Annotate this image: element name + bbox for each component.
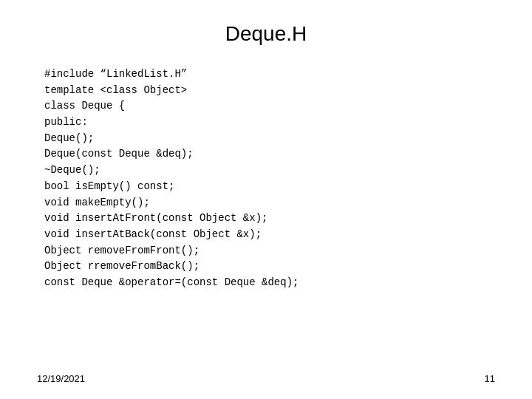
code-line-10: void insertAtFront(const Object &x); [44,211,495,227]
code-line-5: Deque(); [44,131,495,147]
code-line-6: Deque(const Deque &deq); [44,146,495,163]
code-line-7: ~Deque(); [44,163,495,179]
code-block: #include “LinkedList.H” template <class … [37,66,495,291]
code-line-12: Object removeFromFront(); [44,243,495,259]
code-line-9: void makeEmpty(); [44,195,495,211]
code-line-11: void insertAtBack(const Object &x); [44,227,495,243]
footer-page: 11 [485,373,495,384]
slide-footer: 12/19/2021 11 [37,373,495,384]
code-line-14: const Deque &operator=(const Deque &deq)… [44,275,495,291]
code-line-2: template <class Object> [44,83,495,99]
footer-date: 12/19/2021 [37,373,85,384]
code-line-8: bool isEmpty() const; [44,179,495,195]
code-line-13: Object rremoveFromBack(); [44,259,495,275]
slide-title: Deque.H [37,22,495,46]
code-line-1: #include “LinkedList.H” [44,66,495,83]
slide: Deque.H #include “LinkedList.H” template… [0,0,532,399]
code-line-4: public: [44,115,495,131]
code-line-3: class Deque { [44,98,495,115]
